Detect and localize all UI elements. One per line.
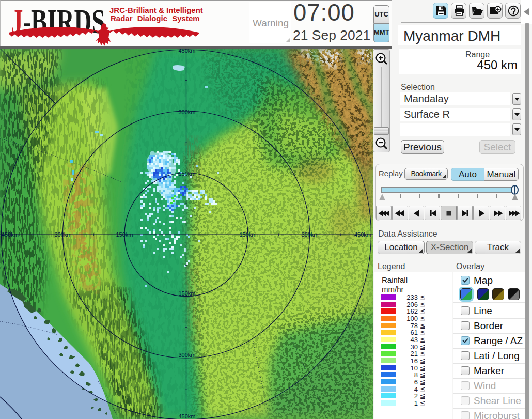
svg-text:150km: 150km — [178, 290, 195, 297]
svg-text:450km: 450km — [2, 231, 19, 238]
svg-text:450km: 450km — [178, 413, 195, 419]
svg-text:450km: 450km — [178, 49, 195, 54]
svg-text:150km: 150km — [178, 170, 195, 177]
svg-text:300km: 300km — [178, 352, 195, 358]
svg-text:300km: 300km — [54, 231, 71, 238]
svg-text:450km: 450km — [354, 231, 371, 238]
svg-text:300km: 300km — [178, 109, 195, 115]
svg-text:150km: 150km — [116, 231, 133, 238]
svg-text:150km: 150km — [239, 231, 256, 238]
svg-text:300km: 300km — [301, 231, 318, 238]
